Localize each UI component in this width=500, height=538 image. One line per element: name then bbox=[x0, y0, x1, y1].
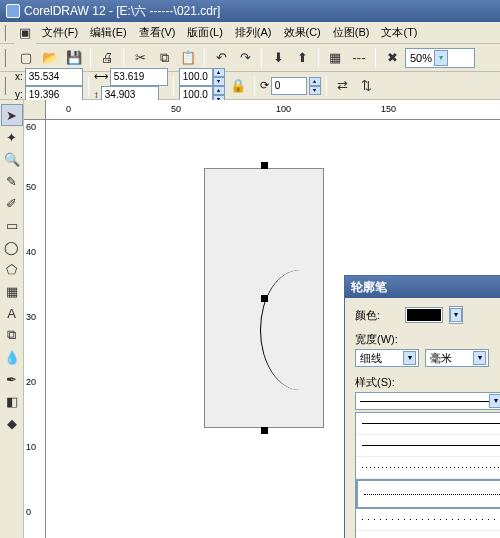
divider bbox=[88, 76, 89, 96]
basic-shapes-tool[interactable]: ▦ bbox=[1, 280, 23, 302]
print-button[interactable]: 🖨 bbox=[96, 47, 118, 69]
menubar-handle[interactable] bbox=[4, 25, 10, 41]
pick-tool[interactable]: ➤ bbox=[1, 104, 23, 126]
polygon-tool[interactable]: ⬠ bbox=[1, 258, 23, 280]
color-dropdown[interactable]: ▾ bbox=[449, 306, 463, 324]
color-swatch bbox=[407, 309, 441, 321]
position-group: x: 35.534 mm y: 19.396 mm bbox=[15, 68, 83, 104]
menu-view[interactable]: 查看(V) bbox=[133, 23, 182, 42]
import-button[interactable]: ⬇ bbox=[267, 47, 289, 69]
mirror-h-button[interactable]: ⇄ bbox=[332, 75, 354, 97]
lock-ratio-button[interactable]: 🔒 bbox=[227, 75, 249, 97]
divider bbox=[326, 76, 327, 96]
blend-tool[interactable]: ⧉ bbox=[1, 324, 23, 346]
divider bbox=[123, 48, 124, 68]
title-bar: CorelDRAW 12 - [E:\六 ------\021.cdr] bbox=[0, 0, 500, 22]
save-button[interactable]: 💾 bbox=[63, 47, 85, 69]
outline-tool[interactable]: ✒ bbox=[1, 368, 23, 390]
horizontal-ruler[interactable]: 0 50 100 150 bbox=[46, 100, 500, 120]
window-icon[interactable]: ▣ bbox=[14, 22, 36, 44]
selection-handle[interactable] bbox=[261, 427, 268, 434]
options-button[interactable]: ✖ bbox=[381, 47, 403, 69]
selection-handle[interactable] bbox=[261, 295, 268, 302]
divider bbox=[375, 48, 376, 68]
dialog-title[interactable]: 轮廓笔 bbox=[345, 276, 500, 298]
style-combo[interactable]: ▾ bbox=[355, 392, 500, 410]
y-label: y: bbox=[15, 89, 23, 100]
chevron-down-icon[interactable]: ▾ bbox=[434, 50, 448, 66]
interactive-fill-tool[interactable]: ◆ bbox=[1, 412, 23, 434]
menu-text[interactable]: 文本(T) bbox=[375, 23, 423, 42]
menu-file[interactable]: 文件(F) bbox=[36, 23, 84, 42]
ruler-tick: 0 bbox=[66, 104, 71, 114]
menu-arrange[interactable]: 排列(A) bbox=[229, 23, 278, 42]
ellipse-tool[interactable]: ◯ bbox=[1, 236, 23, 258]
divider bbox=[261, 48, 262, 68]
outline-pen-dialog[interactable]: 轮廓笔 颜色: ▾ 宽度(W): 细线 ▾ bbox=[344, 275, 500, 538]
app-launcher-button[interactable]: ▦ bbox=[324, 47, 346, 69]
rotation-input[interactable]: 0 bbox=[271, 77, 307, 95]
zoom-value: 50% bbox=[410, 52, 432, 64]
menu-bitmap[interactable]: 位图(B) bbox=[327, 23, 376, 42]
width-value: 细线 bbox=[360, 351, 382, 366]
shape-tool[interactable]: ✦ bbox=[1, 126, 23, 148]
copy-button[interactable]: ⧉ bbox=[153, 47, 175, 69]
ruler-tick: 40 bbox=[26, 247, 36, 257]
divider bbox=[90, 48, 91, 68]
style-option-dot[interactable] bbox=[356, 479, 500, 509]
text-tool[interactable]: A bbox=[1, 302, 23, 324]
open-button[interactable]: 📂 bbox=[39, 47, 61, 69]
ruler-tick: 30 bbox=[26, 312, 36, 322]
redo-button[interactable]: ↷ bbox=[234, 47, 256, 69]
fill-tool[interactable]: ◧ bbox=[1, 390, 23, 412]
menu-edit[interactable]: 编辑(E) bbox=[84, 23, 133, 42]
zoom-tool[interactable]: 🔍 bbox=[1, 148, 23, 170]
style-option-dot-sparse[interactable] bbox=[356, 509, 500, 531]
selection-handle[interactable] bbox=[261, 162, 268, 169]
divider bbox=[173, 76, 174, 96]
style-option-solid[interactable] bbox=[356, 413, 500, 435]
toolbar-handle[interactable] bbox=[4, 49, 10, 67]
unit-combo[interactable]: 毫米 ▾ bbox=[425, 349, 489, 367]
new-button[interactable]: ▢ bbox=[15, 47, 37, 69]
app-icon bbox=[6, 4, 20, 18]
paste-button[interactable]: 📋 bbox=[177, 47, 199, 69]
line-solid-icon bbox=[362, 423, 500, 424]
spin-buttons[interactable]: ▴▾ bbox=[213, 68, 225, 86]
chevron-down-icon: ▾ bbox=[489, 394, 500, 408]
ruler-tick: 60 bbox=[26, 122, 36, 132]
divider bbox=[204, 48, 205, 68]
cut-button[interactable]: ✂ bbox=[129, 47, 151, 69]
x-label: x: bbox=[15, 71, 23, 82]
freehand-tool[interactable]: ✎ bbox=[1, 170, 23, 192]
export-button[interactable]: ⬆ bbox=[291, 47, 313, 69]
width-input[interactable]: 53.619 mm bbox=[110, 68, 168, 86]
width-combo[interactable]: 细线 ▾ bbox=[355, 349, 419, 367]
canvas-area[interactable]: 0 50 100 150 60 50 40 30 20 10 0 轮廓笔 bbox=[24, 100, 500, 538]
zoom-combo[interactable]: 50% ▾ bbox=[405, 48, 475, 68]
line-dot-sparse-icon bbox=[362, 519, 500, 520]
menu-layout[interactable]: 版面(L) bbox=[181, 23, 228, 42]
spin-buttons[interactable]: ▴▾ bbox=[309, 77, 321, 95]
scale-x-input[interactable]: 100.0 bbox=[179, 68, 213, 86]
line-dot-fine-icon bbox=[362, 467, 500, 468]
chevron-down-icon: ▾ bbox=[473, 351, 486, 365]
menu-effects[interactable]: 效果(C) bbox=[278, 23, 327, 42]
style-option-thin[interactable] bbox=[356, 435, 500, 457]
propbar-handle[interactable] bbox=[4, 77, 10, 95]
style-option-dot-fine[interactable] bbox=[356, 457, 500, 479]
x-input[interactable]: 35.534 mm bbox=[25, 68, 83, 86]
welcome-button[interactable]: --- bbox=[348, 47, 370, 69]
smart-draw-tool[interactable]: ✐ bbox=[1, 192, 23, 214]
style-dropdown-list[interactable] bbox=[355, 412, 500, 538]
ruler-corner[interactable] bbox=[24, 100, 46, 120]
color-picker[interactable] bbox=[405, 307, 443, 323]
undo-button[interactable]: ↶ bbox=[210, 47, 232, 69]
eyedropper-tool[interactable]: 💧 bbox=[1, 346, 23, 368]
vertical-ruler[interactable]: 60 50 40 30 20 10 0 bbox=[24, 120, 46, 538]
ellipse-object[interactable] bbox=[260, 270, 340, 390]
style-option-dash[interactable] bbox=[356, 531, 500, 538]
menu-bar: ▣ 文件(F) 编辑(E) 查看(V) 版面(L) 排列(A) 效果(C) 位图… bbox=[0, 22, 500, 44]
mirror-v-button[interactable]: ⇅ bbox=[356, 75, 378, 97]
rectangle-tool[interactable]: ▭ bbox=[1, 214, 23, 236]
